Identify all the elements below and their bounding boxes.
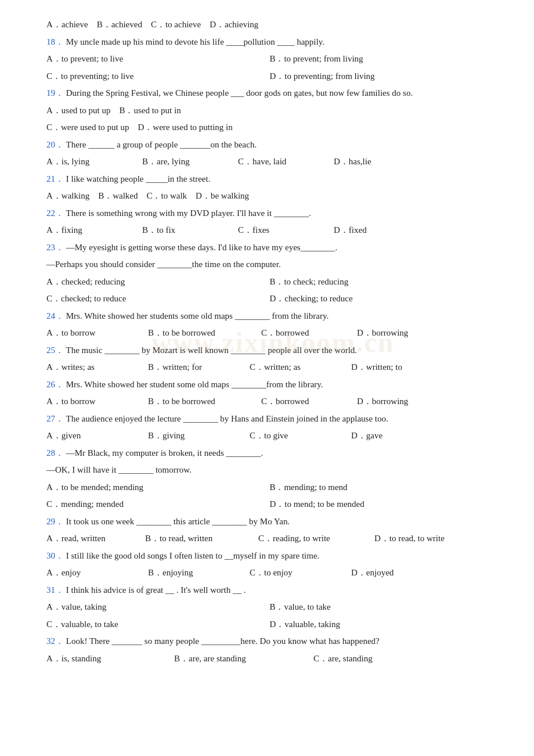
question-28: 28． —Mr Black, my computer is broken, it… (46, 446, 499, 461)
option-19ab: A．used to put up B．used to put in (46, 103, 181, 118)
option-24c: C．borrowed (261, 326, 351, 341)
option-20d: D．has,lie (334, 154, 424, 170)
options-28-2: C．mending; mended D．to mend; to be mende… (46, 497, 499, 512)
option-22b: B．to fix (142, 223, 232, 238)
question-27: 27． The audience enjoyed the lecture ___… (46, 412, 499, 427)
option-27a: A．given (46, 429, 142, 444)
option-28c: C．mending; mended (46, 497, 264, 512)
options-23-2: C．checked; to reduce D．checking; to redu… (46, 291, 499, 307)
option-26d: D．borrowing (357, 394, 427, 409)
option-31d: D．valuable, taking (269, 617, 486, 632)
option-18a: A．to prevent; to live (46, 52, 264, 67)
option-18c: C．to preventing; to live (46, 69, 264, 84)
options-24: A．to borrow B．to be borrowed C．borrowed … (46, 326, 499, 341)
options-18: A．to prevent; to live B．to prevent; from… (46, 52, 499, 67)
options-22: A．fixing B．to fix C．fixes D．fixed (46, 223, 499, 238)
options-28: A．to be mended; mending B．mending; to me… (46, 480, 499, 495)
option-26c: C．borrowed (261, 394, 351, 409)
option-31a: A．value, taking (46, 600, 264, 615)
question-24: 24． Mrs. White showed her students some … (46, 309, 499, 324)
option-25d: D．written; to (351, 360, 421, 375)
option-23a: A．checked; reducing (46, 275, 264, 290)
option-31c: C．valuable, to take (46, 617, 264, 632)
option-29d: D．to read, to write (374, 531, 467, 546)
option-30b: B．enjoying (148, 566, 244, 581)
option-23c: C．checked; to reduce (46, 291, 264, 307)
options-29: A．read, written B．to read, written C．rea… (46, 531, 499, 546)
option-26a: A．to borrow (46, 394, 142, 409)
question-26: 26． Mrs. White showed her student some o… (46, 377, 499, 393)
option-25c: C．written; as (250, 360, 345, 375)
option-25a: A．writes; as (46, 360, 142, 375)
option-22a: A．fixing (46, 223, 136, 238)
option-27b: B．giving (148, 429, 244, 444)
question-23b: —Perhaps you should consider ________the… (46, 257, 499, 272)
question-20: 20． There ______ a group of people _____… (46, 138, 499, 153)
option-25b: B．written; for (148, 360, 244, 375)
question-21: 21． I like watching people _____in the s… (46, 172, 499, 187)
option-19cd: C．were used to put up D．were used to put… (46, 120, 233, 135)
option-32c: C．are, standing (313, 651, 435, 667)
question-29: 29． It took us one week ________ this ar… (46, 514, 499, 530)
option-28b: B．mending; to mend (269, 480, 486, 495)
options-19: A．used to put up B．used to put in (46, 103, 499, 118)
options-30: A．enjoy B．enjoying C．to enjoy D．enjoyed (46, 566, 499, 581)
option-32b: B．are, are standing (174, 651, 308, 667)
question-32: 32． Look! There _______ so many people _… (46, 634, 499, 649)
options-26: A．to borrow B．to be borrowed C．borrowed … (46, 394, 499, 409)
option-20a: A．is, lying (46, 154, 136, 170)
option-20b: B．are, lying (142, 154, 232, 170)
option-18d: D．to preventing; from living (269, 69, 486, 84)
option-31b: B．value, to take (269, 600, 486, 615)
option-28d: D．to mend; to be mended (269, 497, 486, 512)
options-31-2: C．valuable, to take D．valuable, taking (46, 617, 499, 632)
question-28b: —OK, I will have it ________ tomorrow. (46, 463, 499, 478)
option-29c: C．reading, to write (258, 531, 369, 546)
option-30c: C．to enjoy (250, 566, 345, 581)
option-29b: B．to read, written (145, 531, 252, 546)
options-25: A．writes; as B．written; for C．written; a… (46, 360, 499, 375)
option-23b: B．to check; reducing (269, 275, 486, 290)
question-30: 30． I still like the good old songs I of… (46, 549, 499, 564)
answer-line-0: A．achieve B．achieved C．to achieve D．achi… (46, 17, 499, 33)
option-30a: A．enjoy (46, 566, 142, 581)
option-23d: D．checking; to reduce (269, 291, 486, 307)
question-31: 31． I think his advice is of great __ . … (46, 583, 499, 598)
options-23: A．checked; reducing B．to check; reducing (46, 275, 499, 290)
options-31: A．value, taking B．value, to take (46, 600, 499, 615)
options-19-2: C．were used to put up D．were used to put… (46, 120, 499, 135)
options-32: A．is, standing B．are, are standing C．are… (46, 651, 499, 667)
option-30d: D．enjoyed (351, 566, 421, 581)
option-24d: D．borrowing (357, 326, 427, 341)
options-21: A．walking B．walked C．to walk D．be walkin… (46, 189, 499, 204)
option-18b: B．to prevent; from living (269, 52, 486, 67)
option-28a: A．to be mended; mending (46, 480, 264, 495)
option-32a: A．is, standing (46, 651, 168, 667)
option-27c: C．to give (250, 429, 345, 444)
options-18-2: C．to preventing; to live D．to preventing… (46, 69, 499, 84)
question-22: 22． There is something wrong with my DVD… (46, 206, 499, 221)
options-27: A．given B．giving C．to give D．gave (46, 429, 499, 444)
question-19: 19． During the Spring Festival, we Chine… (46, 86, 499, 101)
option-22d: D．fixed (334, 223, 424, 238)
question-18: 18． My uncle made up his mind to devote … (46, 35, 499, 50)
option-22c: C．fixes (238, 223, 328, 238)
option-24a: A．to borrow (46, 326, 142, 341)
option-21abcd: A．walking B．walked C．to walk D．be walkin… (46, 189, 249, 204)
options-20: A．is, lying B．are, lying C．have, laid D．… (46, 154, 499, 170)
option-20c: C．have, laid (238, 154, 328, 170)
option-27d: D．gave (351, 429, 421, 444)
question-25: 25． The music ________ by Mozart is well… (46, 343, 499, 358)
option-24b: B．to be borrowed (148, 326, 255, 341)
option-29a: A．read, written (46, 531, 139, 546)
question-23: 23． —My eyesight is getting worse these … (46, 240, 499, 255)
option-26b: B．to be borrowed (148, 394, 255, 409)
